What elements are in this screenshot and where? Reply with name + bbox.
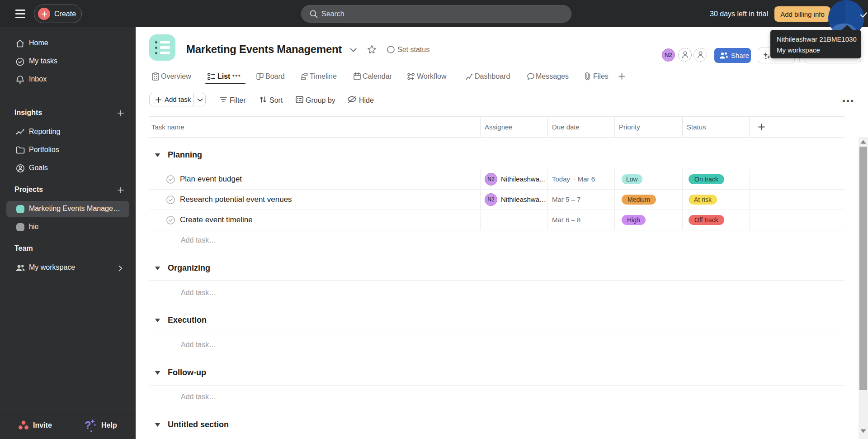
svg-text:?: ? bbox=[85, 419, 91, 431]
